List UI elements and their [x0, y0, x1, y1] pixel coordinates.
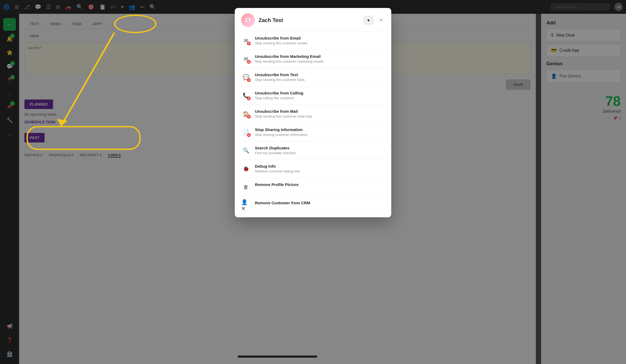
no-calling-icon: ⊘ — [247, 97, 251, 100]
search-duplicates-annotation-circle — [27, 126, 141, 150]
svg-marker-1 — [57, 119, 68, 126]
menu-item-debug-info[interactable]: 🐞 Debug Info Retrieve customer debug inf… — [235, 160, 391, 178]
menu-item-unsubscribe-calling[interactable]: 📞 ⊘ Unsubscribe from Calling Stop callin… — [235, 86, 391, 105]
menu-item-desc-marketing: Stop sending this customer marketing ema… — [255, 59, 385, 63]
search-duplicates-icon: 🔍 — [241, 146, 251, 155]
menu-item-title-marketing: Unsubscribe from Marketing Email — [255, 54, 385, 59]
sharing-icon: 📄 ⊘ — [241, 127, 251, 137]
text-icon: 💬 ⊘ — [241, 72, 251, 82]
menu-item-text-mail: Unsubscribe from Mail Stop sending this … — [255, 109, 385, 118]
menu-item-unsubscribe-email[interactable]: ✉ ⊘ Unsubscribe from Email Stop sending … — [235, 32, 391, 50]
menu-item-remove-crm[interactable]: 👤✕ Remove Customer from CRM — [235, 196, 391, 215]
menu-item-title-duplicates: Search Duplicates — [255, 146, 379, 150]
modal: ZT Zach Test ▾ × ✉ ⊘ Unsubscribe from Em… — [235, 8, 391, 217]
menu-item-stop-sharing[interactable]: 📄 ⊘ Stop Sharing Information Stop sharin… — [235, 123, 391, 141]
menu-item-remove-picture[interactable]: 🗑 Remove Profile Picture — [235, 178, 391, 196]
menu-item-text-calling: Unsubscribe from Calling Stop calling th… — [255, 91, 385, 100]
menu-item-title-mail: Unsubscribe from Mail — [255, 109, 385, 114]
menu-item-text-debug: Debug Info Retrieve customer debug info — [255, 164, 385, 173]
mail-icon: 🏠 ⊘ — [241, 109, 251, 119]
arrow-icon: › — [384, 148, 385, 153]
menu-item-search-duplicates[interactable]: 🔍 Search Duplicates Find any possible ma… — [235, 141, 391, 160]
remove-user-icon: 👤✕ — [241, 201, 251, 210]
menu-item-title-crm: Remove Customer from CRM — [255, 201, 385, 205]
menu-item-title-text: Unsubscribe from Text — [255, 72, 385, 77]
modal-close-button[interactable]: × — [377, 16, 385, 25]
menu-item-text-email: Unsubscribe from Email Stop sending this… — [255, 36, 385, 45]
menu-item-desc-duplicates: Find any possible matches — [255, 151, 379, 155]
chevron-down-icon: ▾ — [367, 18, 369, 23]
dropdown-annotation-circle — [114, 15, 156, 33]
modal-header: ZT Zach Test ▾ × — [235, 8, 391, 32]
menu-item-text-crm: Remove Customer from CRM — [255, 201, 385, 206]
customer-avatar: ZT — [241, 13, 255, 27]
menu-item-desc-calling: Stop calling this customer — [255, 96, 385, 100]
modal-overlay[interactable]: ZT Zach Test ▾ × ✉ ⊘ Unsubscribe from Em… — [0, 0, 626, 364]
calling-icon: 📞 ⊘ — [241, 91, 251, 100]
menu-item-desc-sharing: Stop sharing customer information — [255, 133, 385, 137]
no-marketing-icon: ⊘ — [247, 60, 251, 64]
menu-item-desc-text: Stop sending this customer texts — [255, 78, 385, 82]
modal-dropdown-button[interactable]: ▾ — [363, 16, 373, 25]
no-text-icon: ⊘ — [247, 78, 251, 82]
menu-item-unsubscribe-marketing[interactable]: ✉ ⊘ Unsubscribe from Marketing Email Sto… — [235, 50, 391, 68]
no-sharing-icon: ⊘ — [247, 133, 251, 137]
modal-body: ✉ ⊘ Unsubscribe from Email Stop sending … — [235, 32, 391, 217]
menu-item-text-duplicates: Search Duplicates Find any possible matc… — [255, 146, 379, 155]
menu-item-title-email: Unsubscribe from Email — [255, 36, 385, 40]
menu-item-text-picture: Remove Profile Picture — [255, 182, 385, 188]
menu-item-text-marketing: Unsubscribe from Marketing Email Stop se… — [255, 54, 385, 63]
menu-item-text-sms: Unsubscribe from Text Stop sending this … — [255, 72, 385, 82]
menu-item-title-debug: Debug Info — [255, 164, 385, 168]
debug-icon: 🐞 — [241, 164, 251, 174]
menu-item-desc-debug: Retrieve customer debug info — [255, 169, 385, 173]
trash-icon: 🗑 — [241, 182, 251, 192]
menu-item-title-calling: Unsubscribe from Calling — [255, 91, 385, 95]
email-icon: ✉ ⊘ — [241, 36, 251, 45]
customer-name: Zach Test — [259, 17, 360, 23]
no-mail-icon: ⊘ — [247, 115, 251, 119]
marketing-email-icon: ✉ ⊘ — [241, 54, 251, 64]
menu-item-desc-email: Stop sending this customer emails — [255, 41, 385, 45]
menu-item-unsubscribe-text[interactable]: 💬 ⊘ Unsubscribe from Text Stop sending t… — [235, 68, 391, 86]
menu-item-text-sharing: Stop Sharing Information Stop sharing cu… — [255, 127, 385, 137]
menu-item-desc-mail: Stop sending this customer snail mail — [255, 114, 385, 118]
svg-line-0 — [61, 33, 114, 126]
menu-item-title-picture: Remove Profile Picture — [255, 182, 385, 187]
location-section-header: Location ✏ — [235, 215, 391, 217]
no-email-icon: ⊘ — [247, 42, 251, 45]
menu-item-unsubscribe-mail[interactable]: 🏠 ⊘ Unsubscribe from Mail Stop sending t… — [235, 105, 391, 123]
menu-item-title-sharing: Stop Sharing Information — [255, 127, 385, 132]
